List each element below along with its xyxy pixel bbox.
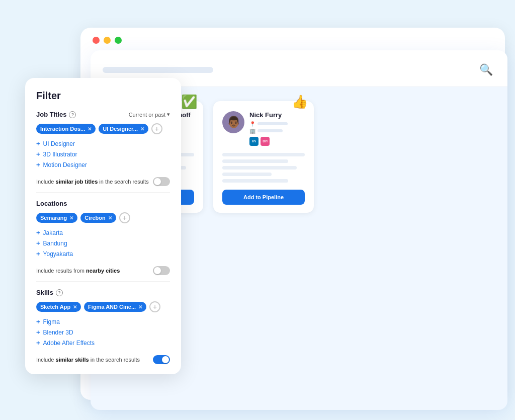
candidate-name-nick: Nick Furry [249,111,288,119]
skills-toggle-row: Include similar skills in the search res… [36,353,170,364]
candidate-badge-nick: 👍 [292,94,308,110]
tag-remove-semarang[interactable]: ✕ [69,215,73,221]
tag-label-semarang: Semarang [40,215,67,221]
tag-label-sketch: Sketch App [40,304,70,310]
locations-toggle[interactable] [153,266,170,275]
tag-interaction-des[interactable]: Interaction Dos... ✕ [36,124,96,134]
avatar-nick: 👨🏾 [222,111,244,133]
add-location-button[interactable]: + [119,212,130,223]
tag-cirebon[interactable]: Cirebon ✕ [80,213,116,223]
job-titles-suggestions: UI Designer 3D Illustrator Motion Design… [36,138,170,170]
tag-label-cirebon: Cirebon [84,215,106,221]
filter-title: Filter [36,90,170,102]
candidate-meta-nick: 📍 🏢 [249,121,288,134]
candidate-card-nick: 👍 👨🏾 Nick Furry 📍 🏢 [213,101,314,213]
tag-remove-figma[interactable]: ✕ [138,304,142,310]
suggestion-3d-illustrator[interactable]: 3D Illustrator [36,149,170,159]
suggestion-motion-designer[interactable]: Motion Designer [36,159,170,170]
suggestion-after-effects[interactable]: Adobe After Effects [36,338,170,348]
window-controls [93,37,122,44]
suggestion-figma[interactable]: Figma [36,316,170,327]
locations-suggestions: Jakarta Bandung Yogyakarta [36,227,170,259]
dribbble-badge-nick: Dri [261,137,270,146]
tag-remove-interaction[interactable]: ✕ [88,126,92,132]
suggestion-bandung[interactable]: Bandung [36,238,170,248]
location-icon-nick: 📍 [249,121,255,127]
location-bar-nick [258,122,288,125]
location-line-nick: 📍 [249,121,288,127]
current-past-dropdown[interactable]: Current or past ▾ [129,111,170,118]
locations-header: Locations [36,200,170,207]
job-titles-toggle[interactable] [153,177,170,186]
company-bar-nick [258,129,283,132]
job-titles-toggle-label: Include similar job titles in the search… [36,179,149,185]
add-pipeline-button-nick[interactable]: Add to Pipeline [222,190,305,205]
skills-suggestions: Figma Blender 3D Adobe After Effects [36,316,170,348]
candidate-top-nick: 👨🏾 Nick Furry 📍 🏢 in [222,111,305,146]
candidate-badge-wanda: ✅ [181,94,197,110]
tag-semarang[interactable]: Semarang ✕ [36,213,77,223]
tag-sketch-app[interactable]: Sketch App ✕ [36,302,81,312]
chevron-down-icon: ▾ [167,111,170,118]
toggle-knob-loc [154,267,161,274]
filter-panel: Filter Job Titles ? Current or past ▾ In… [25,78,181,374]
job-titles-toggle-row: Include similar job titles in the search… [36,175,170,193]
linkedin-badge-nick: in [249,137,259,146]
minimize-dot [104,37,111,44]
company-line-nick: 🏢 [249,128,288,134]
skills-toggle[interactable] [153,355,170,364]
maximize-dot [115,37,122,44]
tag-remove-sketch[interactable]: ✕ [73,304,77,310]
suggestion-ui-designer[interactable]: UI Designer [36,138,170,149]
tag-remove-cirebon[interactable]: ✕ [108,215,112,221]
close-dot [93,37,100,44]
skills-header: Skills ? [36,289,170,296]
search-bar-placeholder [103,67,213,73]
job-titles-label: Job Titles ? [36,111,76,118]
suggestion-blender[interactable]: Blender 3D [36,327,170,338]
tag-ui-designer[interactable]: UI Designer... ✕ [99,124,148,134]
skills-tags: Sketch App ✕ Figma AND Cine... ✕ + [36,301,170,312]
tag-remove-ui[interactable]: ✕ [140,126,144,132]
skills-label: Skills ? [36,289,63,296]
skills-help-icon[interactable]: ? [56,289,63,296]
building-icon-nick: 🏢 [249,128,255,134]
locations-toggle-label: Include results from nearby cities [36,268,120,274]
tag-label-figma: Figma AND Cine... [88,304,136,310]
job-titles-tags: Interaction Dos... ✕ UI Designer... ✕ + [36,123,170,134]
search-icon[interactable]: 🔍 [476,60,495,79]
suggestion-jakarta[interactable]: Jakarta [36,227,170,238]
locations-label: Locations [36,200,67,207]
locations-toggle-row: Include results from nearby cities [36,264,170,282]
toggle-knob [154,178,161,185]
skills-toggle-label: Include similar skills in the search res… [36,357,140,363]
tag-label-interaction: Interaction Dos... [40,126,85,132]
add-skill-button[interactable]: + [149,301,160,312]
social-badges-nick: in Dri [249,137,288,146]
skeleton-lines-nick [222,153,305,183]
suggestion-yogyakarta[interactable]: Yogyakarta [36,248,170,259]
tag-figma-cine[interactable]: Figma AND Cine... ✕ [84,302,146,312]
job-titles-header: Job Titles ? Current or past ▾ [36,111,170,118]
locations-tags: Semarang ✕ Cirebon ✕ + [36,212,170,223]
tag-label-ui: UI Designer... [103,126,138,132]
job-titles-help-icon[interactable]: ? [69,111,76,118]
add-job-title-button[interactable]: + [151,123,162,134]
toggle-knob-skills [162,356,169,363]
